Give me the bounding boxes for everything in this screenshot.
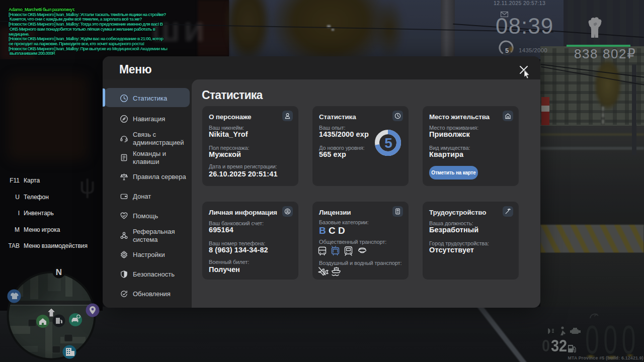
svg-text:5: 5 [384,135,392,151]
